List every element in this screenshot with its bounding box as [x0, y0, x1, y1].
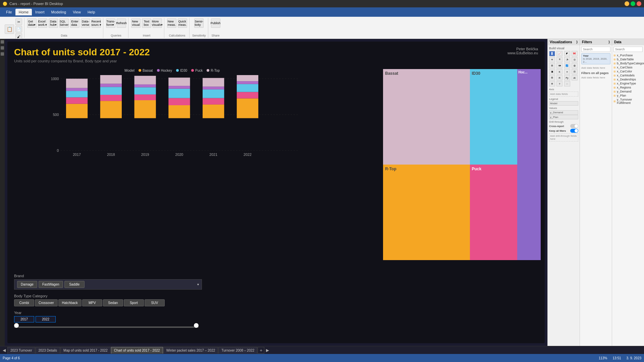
legend-model-field[interactable]: Model	[549, 101, 578, 106]
slider-thumb-left[interactable]	[14, 323, 19, 328]
close-button[interactable]	[637, 1, 641, 6]
bar-2020-rtop[interactable]	[168, 78, 190, 86]
bar-2018-rtop[interactable]	[100, 75, 122, 84]
bar-2017-rtop[interactable]	[66, 79, 88, 88]
data-item-demand[interactable]: ⊞ y_Demand	[613, 89, 643, 94]
all-pages-add-data-btn[interactable]: Add data fields here	[581, 75, 610, 80]
brand-fastwagen-btn[interactable]: FastWagen	[39, 281, 63, 288]
sensitivity-button[interactable]: Sensi-tivity	[194, 18, 204, 28]
tab-insert[interactable]: Insert	[32, 9, 48, 15]
transform-button[interactable]: Trans-form▾	[106, 18, 115, 28]
bar-2021-hockey[interactable]	[203, 86, 224, 89]
data-search-input[interactable]	[613, 47, 643, 52]
keep-filters-toggle[interactable]	[570, 129, 578, 133]
bar-2022-bassat[interactable]	[237, 99, 258, 118]
viz-icon-bar[interactable]: ▋	[549, 51, 555, 56]
refresh-button[interactable]: Refresh	[117, 18, 126, 28]
body-crossover-btn[interactable]: Crossover	[35, 299, 58, 306]
data-item-plan[interactable]: ⊞ y_Plan	[613, 94, 643, 98]
bar-2022-rtop[interactable]	[237, 75, 258, 81]
viz-icon-qa[interactable]: ?	[556, 81, 562, 86]
treemap-id30[interactable]: ID30	[470, 69, 517, 165]
more-visuals-button[interactable]: Morevisuals▾	[153, 18, 162, 28]
viz-icon-waterfall[interactable]: ≋	[549, 57, 555, 62]
maximize-button[interactable]	[631, 1, 635, 6]
year-filter-chip[interactable]: Year is 2018, 2019, 2020, 2...	[581, 53, 610, 64]
bar-2018-hockey[interactable]	[100, 84, 122, 87]
data-item-carmodels[interactable]: ⊞ x_CarModels	[613, 73, 643, 77]
add-tab-btn[interactable]: +	[258, 347, 264, 354]
data-item-carcolor[interactable]: ⊞ x_CarColor	[613, 69, 643, 73]
bar-2019-id30[interactable]	[135, 87, 156, 94]
year-slider[interactable]	[14, 324, 199, 330]
data-item-datetable[interactable]: ⊞ b_DateTable	[613, 57, 643, 61]
body-sport-btn[interactable]: Sport	[124, 299, 144, 306]
recent-sources-button[interactable]: Recentsourc.▾	[92, 18, 101, 28]
new-visual-button[interactable]: Newvisual	[131, 18, 141, 28]
brand-dropdown[interactable]: Damage FastWagen Saddle ▾	[14, 279, 202, 290]
tab-file[interactable]: File	[3, 9, 15, 15]
report-view-icon[interactable]	[1, 40, 4, 44]
tab-2023-details[interactable]: 2023 Details	[36, 347, 60, 354]
new-measure-button[interactable]: Newmeas.	[167, 18, 176, 28]
viz-icon-decomp[interactable]: ⊕	[549, 81, 555, 86]
viz-icon-donut[interactable]: ◎	[572, 57, 578, 62]
bar-2017-id30[interactable]	[66, 91, 88, 97]
viz-icon-ai[interactable]: AI	[572, 75, 578, 80]
excel-button[interactable]: Excelwork.▾	[38, 18, 47, 28]
copy-button[interactable]: 📄	[15, 26, 22, 33]
data-item-turnover[interactable]: ⊞ y_Turnover Fulfillment	[613, 98, 643, 105]
cut-button[interactable]: ✂	[15, 18, 22, 25]
bar-2022-hockey[interactable]	[237, 81, 258, 84]
tab-help[interactable]: Help	[84, 9, 99, 15]
page-add-data-btn[interactable]: Add data fields here	[581, 66, 610, 70]
brand-saddle-btn[interactable]: Saddle	[64, 281, 85, 288]
brand-damage-btn[interactable]: Damage	[17, 281, 37, 288]
bar-2019-puck[interactable]	[135, 95, 156, 100]
viz-icon-table[interactable]: ⊟	[572, 69, 578, 74]
tab-home[interactable]: Home	[15, 9, 32, 15]
bar-2019-rtop[interactable]	[135, 76, 156, 84]
tab-2023-turnover[interactable]: 2023 Turnover	[7, 347, 35, 354]
data-item-enginetype[interactable]: ⊞ x_EngineType	[613, 81, 643, 85]
viz-panel-expand-icon[interactable]: ⟩	[576, 40, 578, 44]
values-demand-field[interactable]: y_Demand	[549, 110, 578, 115]
body-suv-btn[interactable]: SUV	[145, 299, 165, 306]
bar-2022-puck[interactable]	[237, 92, 258, 98]
text-box-button[interactable]: Textbox	[142, 18, 151, 28]
treemap-puck[interactable]: Puck	[470, 165, 517, 260]
tab-modeling[interactable]: Modeling	[48, 9, 70, 15]
filters-search-input[interactable]	[581, 47, 610, 52]
viz-icon-line[interactable]: 📈	[556, 51, 562, 56]
viz-icon-gauge[interactable]: ◍	[572, 63, 578, 68]
quick-measure-button[interactable]: Quickmeas.	[178, 18, 187, 28]
bar-2020-hockey[interactable]	[168, 86, 190, 89]
tab-turnover-2008[interactable]: Turnover 2008 – 2022	[218, 347, 257, 354]
viz-icon-card[interactable]: ▣	[549, 69, 555, 74]
data-item-dealerships[interactable]: ⊞ x_Dealerships	[613, 77, 643, 81]
body-combi-btn[interactable]: Combi	[14, 299, 34, 306]
bar-2019-bassat[interactable]	[135, 100, 156, 118]
cross-report-toggle[interactable]	[570, 124, 578, 128]
viz-icon-map[interactable]: 🗺	[556, 63, 562, 68]
model-view-icon[interactable]	[1, 52, 4, 56]
treemap-rtop[interactable]: R-Top	[383, 165, 470, 260]
sql-button[interactable]: SQLServer	[59, 18, 69, 28]
bar-2017-bassat[interactable]	[66, 104, 88, 118]
tab-winter-packet[interactable]: Winter packet sales 2017 – 2022	[163, 347, 218, 354]
enter-data-button[interactable]: Enterdata	[70, 18, 79, 28]
bar-2020-id30[interactable]	[168, 89, 190, 98]
body-hatchback-btn[interactable]: Hatchback	[58, 299, 82, 306]
bar-2017-hockey[interactable]	[66, 88, 88, 91]
data-hub-button[interactable]: Datahub▾	[49, 18, 58, 28]
data-item-purchase[interactable]: ⊞ x_Purchase	[613, 53, 643, 57]
bar-2021-rtop[interactable]	[203, 78, 224, 87]
year-to-input[interactable]	[36, 316, 56, 322]
viz-icon-treemap[interactable]: ⊞	[549, 63, 555, 68]
body-mpv-btn[interactable]: MPV	[82, 299, 102, 306]
data-item-carclass[interactable]: ⊞ x_CarClass	[613, 65, 643, 69]
bar-2021-bassat[interactable]	[203, 105, 224, 118]
publish-button[interactable]: Publish	[211, 18, 220, 28]
bar-2018-bassat[interactable]	[100, 101, 122, 118]
get-data-button[interactable]: Getdata▾	[27, 18, 37, 28]
